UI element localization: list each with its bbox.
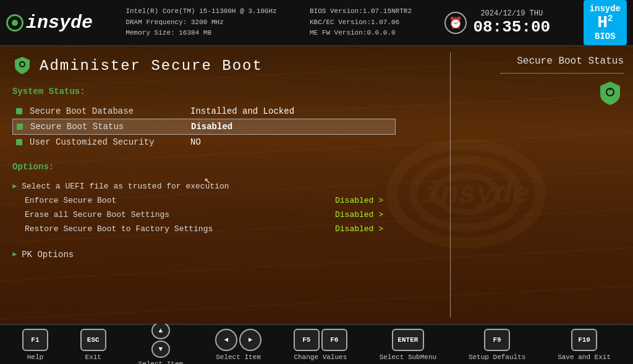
- status-list: Secure Boot Database Installed and Locke…: [12, 104, 396, 150]
- badge-h2: H2: [597, 13, 613, 32]
- dram-info: DRAM Frequency: 3200 MHz: [125, 17, 276, 28]
- clock-time: 08:35:00: [473, 18, 550, 36]
- main-content: insyde Administer Secure Boot System Sta…: [0, 46, 633, 324]
- key-esc[interactable]: ESC Exit: [80, 329, 106, 361]
- pk-options-label: PK Options: [22, 250, 74, 260]
- up-button[interactable]: ▲: [151, 322, 170, 339]
- down-button[interactable]: ▼: [151, 341, 170, 358]
- page-title-area: Administer Secure Boot: [12, 56, 396, 75]
- status-item-custom-label: User Customized Security: [30, 137, 166, 147]
- option-arrow-icon: ►: [12, 182, 17, 191]
- right-button[interactable]: ►: [239, 329, 261, 351]
- esc-button[interactable]: ESC: [80, 329, 106, 351]
- f9-button[interactable]: F9: [484, 329, 510, 351]
- badge-brand: insyde: [590, 4, 621, 14]
- f1-button[interactable]: F1: [22, 329, 48, 351]
- key-f9[interactable]: F9 Setup Defaults: [469, 329, 525, 361]
- left-button[interactable]: ◄: [215, 329, 237, 351]
- cursor: ↖: [204, 173, 211, 187]
- option-erase[interactable]: Erase all Secure Boot Settings Disabled …: [12, 208, 396, 222]
- f5-button[interactable]: F5: [294, 329, 320, 351]
- vertical-divider: [450, 53, 451, 318]
- logo-text: insyde: [26, 12, 93, 33]
- footer: F1 Help ESC Exit ▲ ▼ Select Item ◄ ► Sel…: [0, 324, 633, 364]
- option-restore[interactable]: Restore Secure Boot to Factory Settings …: [12, 222, 396, 236]
- cpu-info: Intel(R) Core(TM) i5-11300H @ 3.10GHz: [125, 6, 276, 17]
- option-erase-value: Disabled >: [335, 210, 383, 219]
- option-restore-label: Restore Secure Boot to Factory Settings: [25, 224, 213, 234]
- status-item-custom-value: NO: [190, 137, 201, 147]
- esc-label: Exit: [85, 353, 101, 361]
- f1-label: Help: [27, 353, 43, 361]
- status-dot: [17, 124, 23, 130]
- option-enforce-label: Enforce Secure Boot: [25, 196, 198, 205]
- f6-button[interactable]: F6: [321, 329, 347, 351]
- f9-label: Setup Defaults: [469, 353, 525, 361]
- me-version: ME FW Version:0.0.0.0: [310, 28, 412, 39]
- status-item-database-label: Secure Boot Database: [30, 106, 166, 116]
- status-item-status-value: Disabled: [191, 122, 232, 132]
- option-restore-value: Disabled >: [335, 224, 383, 234]
- clock-info: 2024/12/19 THU 08:35:00: [473, 9, 550, 36]
- status-item-status-label: Secure Boot Status: [30, 122, 166, 132]
- clock-date: 2024/12/19 THU: [473, 9, 550, 18]
- key-f5f6[interactable]: F5 F6 Change Values: [294, 329, 347, 361]
- enter-label: Select SubMenu: [380, 353, 436, 361]
- header: insyde Intel(R) Core(TM) i5-11300H @ 3.1…: [0, 0, 633, 46]
- option-erase-label: Erase all Secure Boot Settings: [25, 210, 198, 219]
- key-f10[interactable]: F10 Save and Exit: [558, 329, 611, 361]
- status-item-database[interactable]: Secure Boot Database Installed and Locke…: [12, 104, 396, 119]
- secure-boot-panel: Secure Boot Status: [500, 56, 624, 107]
- status-item-database-value: Installed and Locked: [190, 106, 294, 116]
- clock-icon: ⏰: [444, 12, 467, 34]
- bios-version: BIOS Version:1.07.15NRTR2: [310, 6, 412, 17]
- updown-label: Select Item: [138, 360, 184, 365]
- f10-button[interactable]: F10: [571, 329, 597, 351]
- insyde-h2bios-badge: insyde H2 BIOS: [584, 0, 627, 45]
- option-enforce-value: Disabled >: [335, 196, 383, 205]
- option-uefi-label: Select a UEFI file as trusted for execut…: [22, 182, 229, 191]
- system-info: Intel(R) Core(TM) i5-11300H @ 3.10GHz DR…: [125, 6, 276, 39]
- status-dot: [16, 139, 22, 145]
- kbc-version: KBC/EC Version:1.07.06: [310, 17, 412, 28]
- option-enforce[interactable]: Enforce Secure Boot Disabled >: [12, 193, 396, 208]
- secure-boot-shield-icon: [500, 80, 624, 107]
- f5f6-label: Change Values: [294, 353, 347, 361]
- svg-point-5: [20, 62, 24, 66]
- badge-bios: BIOS: [595, 32, 616, 41]
- clock-section: ⏰ 2024/12/19 THU 08:35:00: [444, 9, 550, 36]
- content-right: Secure Boot Status: [408, 46, 633, 324]
- page-title-text: Administer Secure Boot: [40, 57, 263, 74]
- key-leftright[interactable]: ◄ ► Select Item: [215, 329, 261, 361]
- enter-button[interactable]: ENTER: [392, 329, 424, 351]
- memory-info: Memory Size: 16384 MB: [125, 28, 276, 39]
- logo-circle-icon: [6, 14, 23, 32]
- f10-label: Save and Exit: [558, 353, 611, 361]
- status-dot: [16, 108, 22, 114]
- key-f1[interactable]: F1 Help: [22, 329, 48, 361]
- logo: insyde: [6, 12, 93, 33]
- secure-boot-status-title: Secure Boot Status: [500, 56, 624, 67]
- leftright-label: Select Item: [216, 353, 261, 361]
- shield-icon: [12, 56, 32, 75]
- pk-arrow-icon: ►: [12, 250, 17, 259]
- options-label: Options:: [12, 162, 396, 172]
- key-updown[interactable]: ▲ ▼ Select Item: [138, 322, 184, 365]
- status-item-status[interactable]: Secure Boot Status Disabled: [12, 119, 396, 135]
- status-item-custom[interactable]: User Customized Security NO: [12, 135, 396, 150]
- key-enter[interactable]: ENTER Select SubMenu: [380, 329, 436, 361]
- bios-info: BIOS Version:1.07.15NRTR2 KBC/EC Version…: [310, 6, 412, 39]
- pk-options[interactable]: ► PK Options: [12, 250, 396, 260]
- system-status-label: System Status:: [12, 87, 396, 96]
